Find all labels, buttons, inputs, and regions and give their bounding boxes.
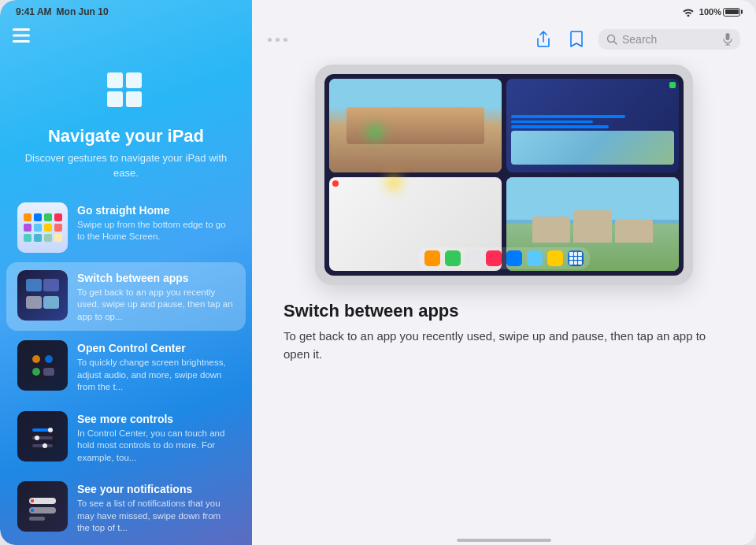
svg-rect-3: [107, 72, 123, 88]
svg-rect-0: [13, 28, 30, 31]
app-card-landscape: [329, 79, 502, 172]
svg-rect-26: [31, 499, 34, 502]
status-bar: 9:41 AM Mon Jun 10 100%: [0, 0, 756, 22]
hero-icon-container: [101, 66, 151, 117]
svg-rect-1: [13, 35, 30, 37]
svg-rect-2: [13, 40, 30, 43]
thumbnail-control-center: [17, 340, 68, 391]
ipad-illustration: [276, 65, 732, 285]
message-bar-3: [511, 125, 609, 128]
sidebar-item-desc-switch: To get back to an app you recently used,…: [77, 287, 235, 324]
sidebar-item-text-go-home: Go straight Home Swipe up from the botto…: [77, 202, 235, 243]
sidebar-item-text-switch: Switch between apps To get back to an ap…: [77, 270, 235, 324]
sidebar-items-list: Go straight Home Swipe up from the botto…: [0, 193, 252, 545]
dot-2: [276, 38, 280, 42]
svg-point-22: [43, 443, 47, 448]
sidebar-item-control-center[interactable]: Open Control Center To quickly change sc…: [6, 332, 246, 402]
sidebar-hero: Navigate your iPad Discover gestures to …: [0, 50, 252, 193]
sidebar-item-title-more: See more controls: [77, 413, 235, 425]
sidebar: Navigate your iPad Discover gestures to …: [0, 0, 252, 545]
thumbnail-more-controls: [17, 411, 68, 462]
sidebar-item-more-controls[interactable]: See more controls In Control Center, you…: [6, 403, 246, 473]
grid-icon: [101, 66, 151, 117]
svg-line-29: [614, 42, 617, 45]
microphone-icon: [723, 33, 732, 46]
app-card-messages: [506, 79, 679, 172]
orb-yellow: [387, 176, 400, 189]
sidebar-item-desc-more: In Control Center, you can touch and hol…: [77, 428, 235, 465]
sidebar-toggle-button[interactable]: [13, 28, 35, 44]
svg-rect-15: [43, 368, 54, 376]
svg-rect-4: [126, 72, 142, 88]
svg-rect-6: [126, 91, 142, 107]
svg-rect-7: [26, 279, 42, 291]
dock-icon-1: [424, 250, 440, 266]
dock-area: [418, 247, 590, 269]
sidebar-item-go-straight-home[interactable]: Go straight Home Swipe up from the botto…: [6, 195, 246, 261]
dock-icon-7: [547, 250, 563, 266]
content-area: Search: [252, 0, 756, 545]
dock-icon-5: [506, 250, 522, 266]
wifi-icon: [682, 7, 695, 17]
toolbar: Search: [252, 22, 756, 57]
sidebar-item-title-control: Open Control Center: [77, 342, 235, 354]
battery-fill: [725, 9, 739, 14]
share-button[interactable]: [532, 28, 554, 50]
svg-point-14: [32, 368, 40, 376]
svg-point-13: [45, 355, 53, 363]
svg-point-20: [35, 436, 39, 440]
main-layout: Navigate your iPad Discover gestures to …: [0, 0, 756, 545]
content-title: Switch between apps: [284, 301, 724, 321]
search-input-label: Search: [622, 33, 718, 46]
dot-1: [268, 38, 272, 42]
device-frame: 9:41 AM Mon Jun 10 100%: [0, 0, 756, 545]
message-bar-1: [511, 115, 625, 118]
hero-subtitle: Discover gestures to navigate your iPad …: [16, 151, 236, 180]
svg-rect-8: [43, 279, 59, 291]
svg-rect-25: [29, 517, 45, 521]
hero-title: Navigate your iPad: [48, 126, 204, 146]
battery-indicator: 100%: [699, 7, 740, 17]
message-bar-2: [511, 120, 593, 123]
svg-rect-30: [726, 33, 730, 40]
thumbnail-switch-apps: [17, 270, 68, 321]
status-bar-right: 100%: [682, 7, 740, 17]
content-scroll: Switch between apps To get back to an ap…: [252, 57, 756, 532]
svg-rect-27: [31, 509, 34, 512]
sidebar-item-title-notif: See your notifications: [77, 483, 235, 495]
thumbnail-go-home: [17, 202, 68, 253]
sidebar-item-text-more: See more controls In Control Center, you…: [77, 411, 235, 465]
svg-rect-10: [43, 296, 59, 309]
dock-icon-4: [486, 250, 502, 266]
ipad-frame: [315, 65, 693, 285]
battery-bar: [723, 8, 740, 17]
search-bar[interactable]: Search: [598, 29, 740, 50]
sidebar-item-text-notif: See your notifications To see a list of …: [77, 481, 235, 535]
orb-green: [368, 125, 382, 139]
home-bar: [457, 539, 551, 542]
status-bar-left: 9:41 AM Mon Jun 10: [16, 6, 109, 17]
content-text: Switch between apps To get back to an ap…: [276, 301, 732, 363]
sidebar-item-switch-apps[interactable]: Switch between apps To get back to an ap…: [6, 262, 246, 332]
svg-rect-9: [26, 296, 42, 309]
dock-icon-2: [445, 250, 461, 266]
sidebar-item-desc-control: To quickly change screen brightness, adj…: [77, 357, 235, 394]
share-icon: [536, 31, 551, 48]
svg-point-12: [32, 355, 40, 363]
bookmark-button[interactable]: [565, 28, 587, 50]
search-icon: [606, 34, 617, 45]
battery-percent: 100%: [699, 7, 721, 17]
svg-point-18: [48, 428, 53, 432]
home-indicator: [252, 532, 756, 545]
ipad-screen: [324, 74, 684, 276]
dot-3: [284, 38, 287, 42]
sidebar-item-desc-notif: To see a list of notifications that you …: [77, 498, 235, 535]
date-display: Mon Jun 10: [57, 6, 109, 17]
toolbar-right: Search: [532, 28, 740, 50]
sidebar-header: [0, 22, 252, 50]
sidebar-item-desc-go-home: Swipe up from the bottom edge to go to t…: [77, 219, 235, 243]
toolbar-dots: [268, 38, 287, 42]
sidebar-item-text-control: Open Control Center To quickly change sc…: [77, 340, 235, 394]
dock-icon-launchpad: [568, 250, 584, 266]
sidebar-item-notifications[interactable]: See your notifications To see a list of …: [6, 473, 246, 543]
